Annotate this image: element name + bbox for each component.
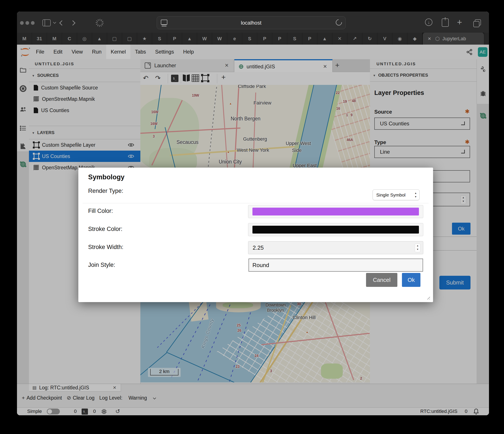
render-type-value: Single Symbol — [376, 192, 405, 197]
back-button[interactable] — [59, 20, 64, 26]
pinned-tab-powerpoint-3[interactable]: P — [272, 33, 287, 45]
tab-overview-button[interactable] — [475, 19, 481, 26]
dialog-ok-button[interactable]: Ok — [402, 273, 420, 287]
dialog-resize-handle[interactable] — [426, 296, 430, 299]
symbology-dialog: Symbology Render Type: Single Symbol ▴▾ … — [78, 168, 433, 302]
pinned-tab-icon: V — [383, 36, 387, 42]
pinned-tab-gmail-alt[interactable]: M — [47, 33, 62, 45]
stroke-color-label: Stroke Color: — [88, 226, 123, 233]
pinned-tab-icon: M — [22, 36, 26, 42]
sidebar-chevron-icon[interactable] — [53, 21, 56, 24]
pinned-tab-icon: P — [308, 36, 311, 42]
pinned-tab-drive[interactable]: ▲ — [92, 33, 107, 45]
pinned-tab-powerpoint-4[interactable]: P — [302, 33, 317, 45]
pinned-tab-flame[interactable]: W — [197, 33, 212, 45]
pinned-tab-icon: C — [68, 36, 71, 42]
pinned-tab-icon: S — [248, 36, 251, 42]
pinned-tab-slides-2[interactable]: S — [242, 33, 257, 45]
pinned-tab-excel[interactable]: ✕ — [332, 33, 347, 45]
pinned-tab-clipped[interactable] — [484, 33, 489, 45]
pinned-tab-icon: S — [158, 36, 161, 42]
pinned-tab-icon: ▢ — [112, 36, 117, 42]
pinned-tab-icon: ▢ — [127, 36, 132, 42]
pinned-tab-powerpoint[interactable]: P — [167, 33, 182, 45]
browser-titlebar: localhost + — [17, 11, 489, 33]
browser-tab-jupyterlab[interactable]: ✕ ⬡ JupyterLab — [423, 33, 484, 45]
browser-tab-strip: M31MC◎▲▢▢★SP▲WWeSPPSP▲✕↗↻V◉◆ ✕ ⬡ Jupyter… — [17, 33, 489, 45]
pinned-tab-doc-2[interactable]: ▢ — [122, 33, 137, 45]
jupyterlab-favicon: ⬡ — [435, 36, 440, 42]
pinned-tabs: M31MC◎▲▢▢★SP▲WWeSPPSP▲✕↗↻V◉◆ — [17, 33, 423, 45]
forward-button[interactable] — [70, 20, 75, 26]
pinned-tab-slides-3[interactable]: S — [287, 33, 302, 45]
fill-color-picker[interactable] — [248, 205, 423, 218]
stepper-icon[interactable]: ▴▾ — [415, 244, 420, 252]
dialog-title: Symbology — [88, 173, 125, 181]
share-button[interactable] — [442, 18, 449, 27]
traffic-light-zoom[interactable] — [31, 21, 35, 25]
pinned-tab-gmail[interactable]: M — [17, 33, 32, 45]
pinned-tab-calendar[interactable]: 31 — [32, 33, 47, 45]
pinned-tab-icon: M — [53, 36, 56, 42]
pinned-tab-github[interactable]: ◉ — [392, 33, 407, 45]
loading-spinner-icon — [96, 19, 104, 27]
browser-window: localhost + M31MC◎▲▢▢★SP▲WWeSPPSP▲✕↗↻V◉◆… — [17, 11, 489, 415]
address-bar[interactable]: localhost — [157, 16, 346, 29]
stroke-color-picker[interactable] — [248, 223, 423, 236]
pinned-tab-doc[interactable]: ▢ — [107, 33, 122, 45]
stroke-width-label: Stroke Width: — [88, 244, 123, 251]
join-style-select[interactable]: Round — [249, 259, 423, 272]
tab-close-icon[interactable]: ✕ — [428, 36, 431, 41]
new-tab-button[interactable]: + — [457, 18, 462, 27]
sidebar-toggle-icon[interactable] — [42, 19, 51, 26]
pinned-tab-icon: e — [233, 36, 236, 42]
pinned-tab-icon: P — [278, 36, 281, 42]
pinned-tab-gitlab[interactable]: V — [377, 33, 392, 45]
downloads-button[interactable] — [425, 18, 432, 26]
stroke-width-value: 2.25 — [253, 244, 264, 251]
pinned-tab-icon: ✕ — [338, 36, 342, 42]
join-style-label: Join Style: — [88, 262, 115, 268]
stroke-color-swatch[interactable] — [252, 226, 419, 234]
pinned-tab-icon: ★ — [142, 36, 147, 42]
pinned-tab-icon: ▲ — [97, 36, 102, 42]
pinned-tab-box[interactable]: ◆ — [407, 33, 422, 45]
pinned-tab-slides[interactable]: S — [152, 33, 167, 45]
render-type-label: Render Type: — [88, 188, 123, 194]
pinned-tab-icon: P — [173, 36, 176, 42]
pinned-tab-sync[interactable]: ↻ — [362, 33, 377, 45]
traffic-light-minimize[interactable] — [26, 21, 29, 25]
pinned-tab-drive-2[interactable]: ▲ — [182, 33, 197, 45]
url-text: localhost — [157, 17, 345, 29]
join-style-value: Round — [252, 262, 269, 268]
pinned-tab-icon: ▲ — [322, 36, 327, 42]
pinned-tab-drive-3[interactable]: ▲ — [317, 33, 332, 45]
pinned-tab-edge[interactable]: e — [227, 33, 242, 45]
pinned-tab-icon: W — [217, 36, 222, 42]
jupyterlab-page: FileEditViewRunKernelTabsSettingsHelp AE — [17, 45, 489, 415]
pinned-tab-icon: ↗ — [353, 36, 357, 42]
stroke-width-input[interactable]: 2.25 ▴▾ — [248, 241, 423, 254]
fill-color-swatch[interactable] — [252, 208, 419, 216]
render-type-select[interactable]: Single Symbol ▴▾ — [373, 189, 420, 200]
pinned-tab-icon: ◎ — [82, 36, 86, 42]
pinned-tab-icon: ▲ — [187, 36, 192, 42]
pinned-tab-camera[interactable]: ◎ — [77, 33, 92, 45]
screenshot-root: localhost + M31MC◎▲▢▢★SP▲WWeSPPSP▲✕↗↻V◉◆… — [0, 0, 504, 434]
pinned-tab-star[interactable]: ★ — [137, 33, 152, 45]
fill-color-label: Fill Color: — [88, 208, 113, 214]
cancel-button[interactable]: Cancel — [366, 273, 397, 287]
traffic-light-close[interactable] — [20, 21, 24, 25]
pinned-tab-icon: 31 — [37, 36, 42, 42]
pinned-tab-powerpoint-2[interactable]: P — [257, 33, 272, 45]
pinned-tab-icon: S — [293, 36, 297, 42]
pinned-tab-c-app[interactable]: C — [62, 33, 77, 45]
pinned-tab-icon: W — [202, 36, 207, 42]
tab-title: JupyterLab — [442, 36, 466, 42]
select-stepper-icon: ▴▾ — [414, 191, 417, 199]
pinned-tab-icon: ◆ — [413, 36, 417, 42]
pinned-tab-icon: ↻ — [368, 36, 372, 42]
pinned-tab-icon: ◉ — [398, 36, 402, 42]
pinned-tab-send[interactable]: ↗ — [347, 33, 362, 45]
pinned-tab-flame-2[interactable]: W — [212, 33, 227, 45]
